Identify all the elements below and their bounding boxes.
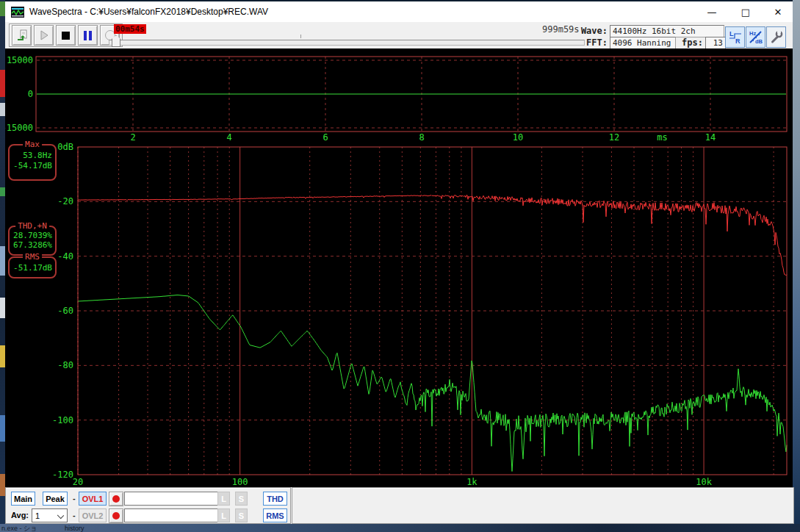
svg-text:dB: dB xyxy=(755,38,763,45)
seek-slider-track[interactable] xyxy=(109,40,585,46)
svg-text:-120: -120 xyxy=(52,470,73,480)
open-file-button[interactable] xyxy=(12,25,32,46)
open-file-icon xyxy=(15,29,29,42)
desktop-icon-fragment xyxy=(0,474,5,496)
lr-channel-button[interactable]: L R xyxy=(725,26,745,48)
total-time-label: 999m59s xyxy=(542,24,580,35)
ovl1-l-button[interactable]: L xyxy=(217,492,230,506)
thd-value-1: 28.7039% xyxy=(10,231,55,240)
rms-readout-label: RMS xyxy=(23,252,42,262)
max-readout: Max 53.8Hz -54.17dB xyxy=(8,144,57,181)
max-level-value: -54.17dB xyxy=(10,161,55,171)
fft-info-field: 4096 Hanning xyxy=(610,37,676,49)
svg-text:-15000: -15000 xyxy=(5,123,33,133)
rms-value: -51.17dB xyxy=(10,263,55,273)
minimize-button[interactable]: — xyxy=(700,1,724,22)
desktop-label-fragment: n.exe - ショ xyxy=(1,525,37,532)
thd-value-2: 67.3286% xyxy=(10,240,55,250)
svg-text:20: 20 xyxy=(73,477,83,487)
desktop-icon-fragment xyxy=(0,1,5,16)
record-dot-icon xyxy=(112,512,120,520)
desktop-icon-fragment xyxy=(0,70,5,97)
record-dot-icon xyxy=(112,495,120,503)
ovl2-file-input[interactable] xyxy=(124,508,218,522)
svg-text:-20: -20 xyxy=(57,196,73,206)
hz-db-scale-icon: Hz dB xyxy=(749,29,763,45)
svg-text:1k: 1k xyxy=(466,477,478,487)
settings-wrench-button[interactable] xyxy=(766,26,786,48)
ovl2-button[interactable]: OVL2 xyxy=(79,508,107,522)
play-button[interactable] xyxy=(34,25,54,46)
settings-wrench-icon xyxy=(769,29,784,45)
svg-text:0dB: 0dB xyxy=(57,142,73,152)
ovl2-l-button[interactable]: L xyxy=(217,508,230,522)
wavespectra-window: WaveSpectra - C:¥Users¥falconFX2018¥Desk… xyxy=(5,1,793,524)
lr-channel-icon: L R xyxy=(728,29,743,45)
title-bar[interactable]: WaveSpectra - C:¥Users¥falconFX2018¥Desk… xyxy=(5,1,793,22)
bottom-control-bar: Main Peak - OVL1 L S THD Avg: 1 - OVL2 L… xyxy=(5,487,793,524)
svg-text:2: 2 xyxy=(130,132,135,143)
close-button[interactable]: ✕ xyxy=(766,1,790,22)
rms-button[interactable]: RMS xyxy=(263,508,287,522)
pause-icon xyxy=(84,31,92,40)
desktop-icon-fragment xyxy=(0,246,5,276)
desktop-edge-bottom: n.exe - ショ history xyxy=(0,524,800,532)
svg-text:0: 0 xyxy=(28,89,33,99)
max-readout-label: Max xyxy=(23,140,42,149)
svg-text:6: 6 xyxy=(322,132,328,143)
svg-text:-100: -100 xyxy=(52,415,73,425)
desktop-edge-left xyxy=(0,0,5,532)
svg-text:10k: 10k xyxy=(696,477,712,487)
play-icon xyxy=(38,29,50,41)
avg-label: Avg: xyxy=(11,511,29,520)
window-title: WaveSpectra - C:¥Users¥falconFX2018¥Desk… xyxy=(29,7,268,17)
waveform-and-spectrum-charts: 2468101214ms150000-150000dB-20-40-60-80-… xyxy=(5,48,793,487)
ovl2-record-button[interactable] xyxy=(109,508,123,523)
ovl1-s-button[interactable]: S xyxy=(235,492,248,506)
toolbar: 00m54s 999m59s Wave: 44100Hz 16bit 2ch F… xyxy=(5,22,793,49)
wave-info-field: 44100Hz 16bit 2ch xyxy=(610,25,724,37)
pause-button[interactable] xyxy=(78,25,98,46)
svg-text:L: L xyxy=(729,30,734,37)
svg-text:-60: -60 xyxy=(57,306,73,316)
svg-text:ms: ms xyxy=(657,132,667,143)
fps-label: fps: xyxy=(680,37,703,48)
ovl1-record-button[interactable] xyxy=(109,492,123,506)
thd-readout: THD,+N 28.7039% 67.3286% xyxy=(8,226,57,256)
ovl1-button[interactable]: OVL1 xyxy=(79,492,107,506)
thd-button[interactable]: THD xyxy=(263,492,287,506)
svg-text:10: 10 xyxy=(513,132,523,143)
desktop-icon-fragment xyxy=(0,345,5,367)
maximize-button[interactable]: □ xyxy=(734,1,757,22)
svg-text:-40: -40 xyxy=(57,251,73,262)
app-icon xyxy=(11,7,24,18)
ovl1-file-input[interactable] xyxy=(124,492,218,506)
fft-label: FFT: xyxy=(578,37,608,48)
svg-text:15000: 15000 xyxy=(7,55,33,65)
main-button[interactable]: Main xyxy=(11,492,35,506)
svg-text:4: 4 xyxy=(226,132,231,143)
svg-text:Hz: Hz xyxy=(749,30,756,37)
rms-readout: RMS -51.17dB xyxy=(8,256,57,278)
desktop-edge-right xyxy=(793,0,800,532)
transport-button-group xyxy=(9,24,123,47)
stop-button[interactable] xyxy=(56,25,76,46)
stop-icon xyxy=(62,32,70,40)
dash-separator: - xyxy=(73,494,76,503)
control-panel: Main Peak - OVL1 L S THD Avg: 1 - OVL2 L… xyxy=(5,487,291,524)
desktop-icon-fragment xyxy=(0,187,5,196)
hz-db-scale-button[interactable]: Hz dB xyxy=(746,26,765,48)
desktop-label-fragment: history xyxy=(65,525,84,532)
avg-select[interactable]: 1 xyxy=(32,508,68,522)
ovl2-s-button[interactable]: S xyxy=(235,508,248,522)
peak-button[interactable]: Peak xyxy=(43,492,68,506)
max-frequency-value: 53.8Hz xyxy=(10,151,55,161)
svg-text:12: 12 xyxy=(609,132,619,143)
desktop-icon-fragment xyxy=(0,415,5,442)
seek-center-tick xyxy=(300,35,301,38)
desktop-icon-fragment xyxy=(0,298,5,318)
avg-selected-value: 1 xyxy=(35,511,40,520)
dash-separator: - xyxy=(73,511,76,520)
status-panel-empty xyxy=(292,487,794,524)
elapsed-time-badge: 00m54s xyxy=(114,24,146,34)
